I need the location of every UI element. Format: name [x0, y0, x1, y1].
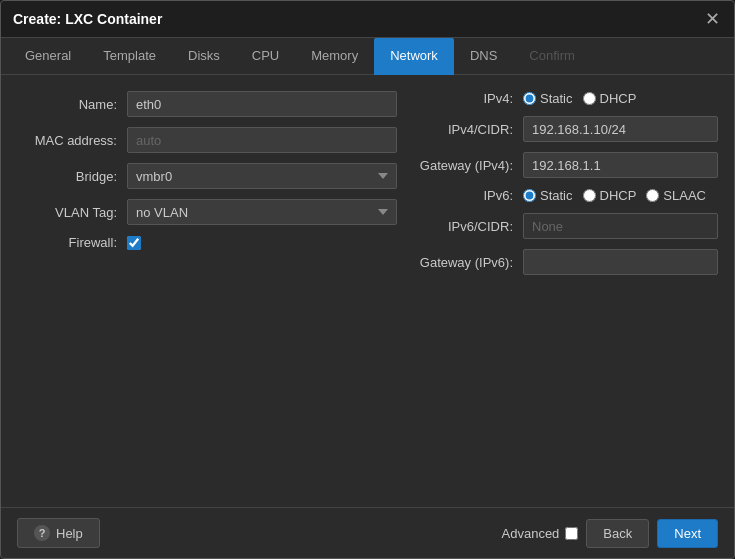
ipv6-slaac-label: SLAAC — [663, 188, 706, 203]
bridge-select[interactable]: vmbr0 — [127, 163, 397, 189]
ipv4-radio-group: Static DHCP — [523, 91, 718, 106]
bridge-row: Bridge: vmbr0 — [17, 163, 397, 189]
mac-row: MAC address: — [17, 127, 397, 153]
tab-bar: General Template Disks CPU Memory Networ… — [1, 38, 734, 75]
ipv6cidr-input[interactable] — [523, 213, 718, 239]
help-label: Help — [56, 526, 83, 541]
tab-confirm: Confirm — [513, 38, 591, 75]
footer-left: ? Help — [17, 518, 100, 548]
tab-general[interactable]: General — [9, 38, 87, 75]
ipv6cidr-label: IPv6/CIDR: — [413, 219, 523, 234]
name-label: Name: — [17, 97, 127, 112]
ipv6-dhcp-radio[interactable] — [583, 189, 596, 202]
tab-template[interactable]: Template — [87, 38, 172, 75]
ipv6-row: IPv6: Static DHCP SLAAC — [413, 188, 718, 203]
mac-input[interactable] — [127, 127, 397, 153]
tab-cpu[interactable]: CPU — [236, 38, 295, 75]
vlan-row: VLAN Tag: no VLAN — [17, 199, 397, 225]
firewall-checkbox-wrap — [127, 236, 141, 250]
firewall-row: Firewall: — [17, 235, 397, 250]
vlan-label: VLAN Tag: — [17, 205, 127, 220]
gateway-ipv6-label: Gateway (IPv6): — [413, 255, 523, 270]
advanced-wrap: Advanced — [502, 526, 579, 541]
gateway-ipv4-row: Gateway (IPv4): — [413, 152, 718, 178]
tab-network[interactable]: Network — [374, 38, 454, 75]
firewall-checkbox[interactable] — [127, 236, 141, 250]
gateway-ipv4-input[interactable] — [523, 152, 718, 178]
dialog-title: Create: LXC Container — [13, 11, 162, 27]
footer-right: Advanced Back Next — [502, 519, 718, 548]
ipv6-slaac-radio[interactable] — [646, 189, 659, 202]
ipv6-dhcp-option[interactable]: DHCP — [583, 188, 637, 203]
ipv6-static-label: Static — [540, 188, 573, 203]
ipv6-label: IPv6: — [413, 188, 523, 203]
ipv4-dhcp-option[interactable]: DHCP — [583, 91, 637, 106]
mac-label: MAC address: — [17, 133, 127, 148]
ipv6cidr-row: IPv6/CIDR: — [413, 213, 718, 239]
gateway-ipv6-row: Gateway (IPv6): — [413, 249, 718, 275]
ipv4-dhcp-radio[interactable] — [583, 92, 596, 105]
back-button[interactable]: Back — [586, 519, 649, 548]
ipv6-slaac-option[interactable]: SLAAC — [646, 188, 706, 203]
vlan-select[interactable]: no VLAN — [127, 199, 397, 225]
gateway-ipv4-label: Gateway (IPv4): — [413, 158, 523, 173]
content-area: Name: MAC address: Bridge: vmbr0 — [1, 75, 734, 507]
close-button[interactable]: ✕ — [702, 9, 722, 29]
help-button[interactable]: ? Help — [17, 518, 100, 548]
left-column: Name: MAC address: Bridge: vmbr0 — [17, 91, 397, 285]
ipv4cidr-row: IPv4/CIDR: — [413, 116, 718, 142]
footer: ? Help Advanced Back Next — [1, 507, 734, 558]
ipv4-static-label: Static — [540, 91, 573, 106]
name-input[interactable] — [127, 91, 397, 117]
right-column: IPv4: Static DHCP IPv4/CIDR: — [413, 91, 718, 285]
bridge-label: Bridge: — [17, 169, 127, 184]
name-row: Name: — [17, 91, 397, 117]
ipv4-static-radio[interactable] — [523, 92, 536, 105]
help-icon: ? — [34, 525, 50, 541]
ipv4cidr-label: IPv4/CIDR: — [413, 122, 523, 137]
ipv6-static-radio[interactable] — [523, 189, 536, 202]
tab-memory[interactable]: Memory — [295, 38, 374, 75]
ipv4cidr-input[interactable] — [523, 116, 718, 142]
title-bar: Create: LXC Container ✕ — [1, 1, 734, 38]
firewall-label: Firewall: — [17, 235, 127, 250]
ipv4-dhcp-label: DHCP — [600, 91, 637, 106]
ipv6-radio-group: Static DHCP SLAAC — [523, 188, 718, 203]
advanced-checkbox[interactable] — [565, 527, 578, 540]
advanced-label: Advanced — [502, 526, 560, 541]
ipv4-static-option[interactable]: Static — [523, 91, 573, 106]
ipv4-row: IPv4: Static DHCP — [413, 91, 718, 106]
gateway-ipv6-input[interactable] — [523, 249, 718, 275]
next-button[interactable]: Next — [657, 519, 718, 548]
close-icon: ✕ — [705, 8, 720, 30]
form-columns: Name: MAC address: Bridge: vmbr0 — [17, 91, 718, 285]
tab-dns[interactable]: DNS — [454, 38, 513, 75]
ipv4-label: IPv4: — [413, 91, 523, 106]
ipv6-static-option[interactable]: Static — [523, 188, 573, 203]
dialog: Create: LXC Container ✕ General Template… — [0, 0, 735, 559]
ipv6-dhcp-label: DHCP — [600, 188, 637, 203]
tab-disks[interactable]: Disks — [172, 38, 236, 75]
